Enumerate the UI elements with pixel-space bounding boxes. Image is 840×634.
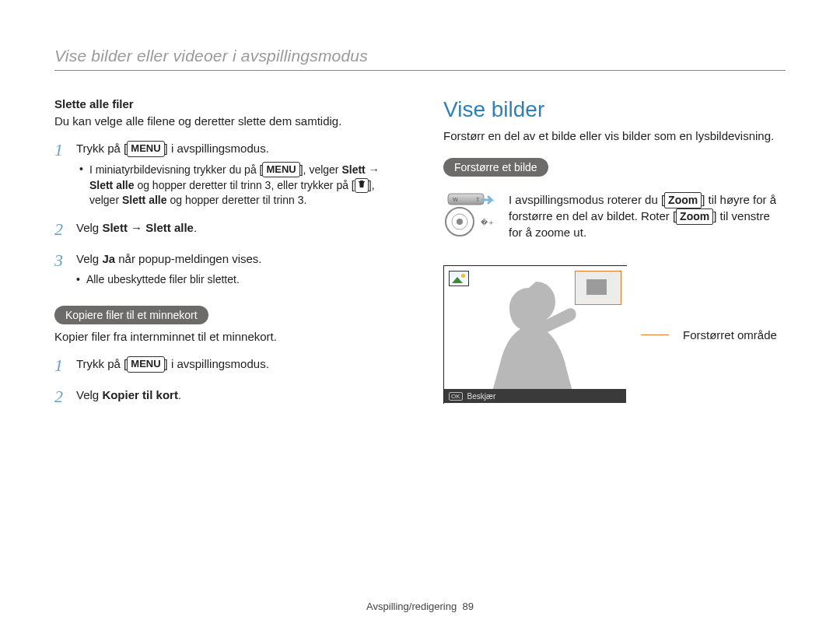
step-1-copy: 1 Trykk på [MENU] i avspillingsmodus. [54, 356, 397, 376]
ok-icon: OK [449, 392, 463, 401]
section-title-vise-bilder: Vise bilder [443, 97, 786, 122]
menu-icon: MENU [127, 356, 164, 373]
svg-text:T: T [476, 197, 480, 202]
heading-delete-all: Slette alle filer [54, 97, 397, 110]
text-copy-files: Kopier filer fra internminnet til et min… [54, 329, 397, 345]
s1b-mid4: og hopper deretter til trinn 3. [167, 194, 307, 206]
s1b-pre: I miniatyrbildevisning trykker du på [ [89, 163, 263, 176]
zoom-label: Zoom [664, 192, 702, 208]
step-number: 2 [54, 387, 68, 407]
s2-bold: Slett → Slett alle [102, 221, 194, 234]
footer-section: Avspilling/redigering [366, 601, 457, 612]
step1-post: ] i avspillingsmodus. [165, 142, 269, 155]
c2-bold: Kopier til kort [102, 388, 178, 401]
step-2-delete: 2 Velg Slett → Slett alle. [54, 219, 397, 240]
pill-enlarge: Forstørre et bilde [443, 158, 548, 177]
s3-bold: Ja [102, 252, 115, 265]
step-number: 1 [54, 356, 68, 376]
header-rule [54, 70, 786, 71]
svg-point-5 [457, 219, 463, 225]
step-number: 1 [54, 140, 68, 208]
zoom-dial-icon: W T �＋ [443, 192, 495, 243]
text-delete-all: Du kan velge alle filene og deretter sle… [54, 114, 397, 129]
footer-page: 89 [462, 601, 473, 612]
pill-copy-files: Kopiere filer til et minnekort [54, 306, 208, 324]
right-column: Vise bilder Forstørr en del av et bilde … [443, 97, 786, 407]
zoom-label: Zoom [676, 208, 713, 225]
s1b-mid1: ], velger [300, 163, 342, 176]
c1-post: ] i avspillingsmodus. [165, 357, 269, 370]
c2-post: . [178, 388, 181, 401]
svg-text:�＋: �＋ [481, 218, 495, 226]
preview-screen: OK Beskjær [443, 265, 627, 404]
left-column: Slette alle filer Du kan velge alle file… [54, 97, 397, 407]
step-number: 3 [54, 250, 68, 287]
svg-text:W: W [453, 197, 458, 202]
s1b-bold2: Slett alle [122, 194, 167, 206]
callout-line [641, 335, 669, 335]
step-number: 2 [54, 219, 68, 240]
s2-pre: Velg [76, 221, 102, 234]
thumbnail-icon [449, 271, 469, 286]
s3-pre: Velg [76, 252, 102, 265]
c1-pre: Trykk på [ [76, 357, 127, 370]
menu-icon: MENU [262, 162, 299, 177]
step-2-copy: 2 Velg Kopier til kort. [54, 387, 397, 407]
preview-bottom-bar: OK Beskjær [444, 389, 626, 403]
breadcrumb: Vise bilder eller videoer i avspillingsm… [54, 47, 786, 65]
step-3-delete: 3 Velg Ja når popup-meldingen vises. All… [54, 250, 397, 287]
c2-pre: Velg [76, 388, 102, 401]
page-footer: Avspilling/redigering 89 [0, 601, 840, 612]
s3-bullet: Alle ubeskyttede filer blir slettet. [86, 272, 240, 288]
crop-label: Beskjær [467, 392, 496, 401]
s1b-mid2: og hopper deretter til trinn 3, eller tr… [135, 179, 355, 191]
menu-icon: MENU [127, 141, 164, 157]
trash-icon [355, 178, 369, 193]
step-1-delete: 1 Trykk på [MENU] i avspillingsmodus. I … [54, 140, 397, 208]
zoom-area-box [575, 271, 621, 305]
step1-pre: Trykk på [ [76, 142, 127, 155]
text-intro: Forstørr en del av et bilde eller vis bi… [443, 128, 786, 144]
zoom-pre: I avspillingsmodus roterer du [ [509, 193, 664, 206]
s3-post: når popup-meldingen vises. [115, 252, 261, 265]
callout-enlarged-area: Forstørret område [683, 328, 777, 342]
s2-post: . [194, 221, 197, 234]
